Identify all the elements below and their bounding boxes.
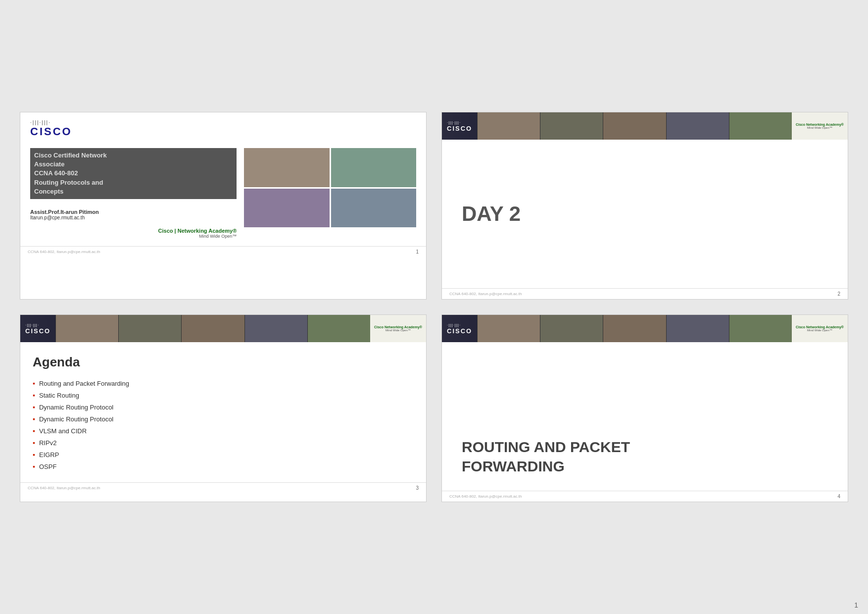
slide4-content: ROUTING AND PACKET FORWARDING xyxy=(442,342,848,491)
slide1-title: Cisco Certified Network Associate CCNA 6… xyxy=(30,148,237,199)
header-img-3 xyxy=(603,112,666,140)
slide3-academy-badge: Cisco Networking Academy® Mind Wide Open… xyxy=(370,315,426,342)
slide-4: ·|||·|||· CISCO Cisco Networking Academy… xyxy=(441,314,848,502)
day2-text: DAY 2 xyxy=(462,202,521,226)
slide4-header-bar: ·|||·|||· CISCO Cisco Networking Academy… xyxy=(442,315,848,342)
slide3-header-images xyxy=(55,315,370,342)
slide2-footer: CCNA 640-802, Itarun.p@cpe.rmutt.ac.th 2 xyxy=(442,288,848,299)
slide3-cisco-logo: ·|||·|||· CISCO xyxy=(20,320,55,337)
slide-1: ·|||·|||· CISCO Cisco Certified Network … xyxy=(20,112,427,300)
slide1-img-2 xyxy=(331,148,416,187)
slide1-images xyxy=(244,148,416,227)
slide2-academy-badge: Cisco Networking Academy® Mind Wide Open… xyxy=(792,112,848,140)
slide4-header-images xyxy=(477,315,792,342)
slide1-footer: CCNA 640-802, Itarun.p@cpe.rmutt.ac.th 1 xyxy=(20,246,426,257)
slide4-footer: CCNA 640-802, Itarun.p@cpe.rmutt.ac.th 4 xyxy=(442,491,848,502)
slide4-cisco-logo: ·|||·|||· CISCO xyxy=(442,320,477,337)
slide1-img-1 xyxy=(244,148,329,187)
slide2-header-images xyxy=(477,112,792,140)
slide3-footer: CCNA 640-802, Itarun.p@cpe.rmutt.ac.th 3 xyxy=(20,482,426,493)
slide1-author: Assist.Prof.It-arun Pitimon Itarun.p@cpe… xyxy=(30,209,237,220)
header-img-5 xyxy=(729,112,792,140)
slide1-img-4 xyxy=(331,189,416,228)
slide3-content: Agenda Routing and Packet Forwarding Sta… xyxy=(20,342,426,482)
list-item: Routing and Packet Forwarding xyxy=(33,377,414,389)
routing-text: ROUTING AND PACKET FORWARDING xyxy=(462,437,630,476)
slide4-academy-badge: Cisco Networking Academy® Mind Wide Open… xyxy=(792,315,848,342)
slide1-img-3 xyxy=(244,189,329,228)
header-img-4 xyxy=(666,112,729,140)
slide3-header-bar: ·|||·|||· CISCO Cisco Networking Academy… xyxy=(20,315,426,342)
slide1-text-block: Cisco Certified Network Associate CCNA 6… xyxy=(30,148,237,239)
slide4-header: ·|||·|||· CISCO Cisco Networking Academy… xyxy=(442,315,848,342)
slide3-header: ·|||·|||· CISCO Cisco Networking Academy… xyxy=(20,315,426,342)
list-item: EIGRP xyxy=(33,449,414,460)
list-item: OSPF xyxy=(33,460,414,472)
slide1-academy: Cisco | Networking Academy® Mind Wide Op… xyxy=(30,228,237,239)
agenda-list: Routing and Packet Forwarding Static Rou… xyxy=(33,377,414,472)
slide-2: ·|||·|||· CISCO Cisco Networking Academy… xyxy=(441,112,848,300)
slide2-header: ·|||·|||· CISCO Cisco Networking Academy… xyxy=(442,112,848,140)
header-img-2 xyxy=(540,112,603,140)
list-item: VLSM and CIDR xyxy=(33,425,414,437)
header-img-1 xyxy=(477,112,540,140)
slide-3: ·|||·|||· CISCO Cisco Networking Academy… xyxy=(20,314,427,502)
slide1-body: Cisco Certified Network Associate CCNA 6… xyxy=(30,148,416,239)
slide2-cisco-logo: ·|||·|||· CISCO xyxy=(442,118,477,135)
slides-grid: ·|||·|||· CISCO Cisco Certified Network … xyxy=(20,112,848,502)
list-item: Static Routing xyxy=(33,389,414,401)
slide2-content: DAY 2 xyxy=(442,140,848,288)
cisco-logo-1: CISCO xyxy=(30,125,416,138)
slide1-content: ·|||·|||· CISCO Cisco Certified Network … xyxy=(20,112,426,246)
agenda-title: Agenda xyxy=(33,352,414,370)
list-item: Dynamic Routing Protocol xyxy=(33,413,414,425)
list-item: Dynamic Routing Protocol xyxy=(33,401,414,413)
page-indicator: 1 xyxy=(854,601,858,609)
slide1-logo: ·|||·|||· CISCO xyxy=(30,120,416,138)
list-item: RIPv2 xyxy=(33,437,414,449)
logo-dots-1: ·|||·|||· xyxy=(30,120,416,125)
slide2-header-bar: ·|||·|||· CISCO Cisco Networking Academy… xyxy=(442,112,848,140)
